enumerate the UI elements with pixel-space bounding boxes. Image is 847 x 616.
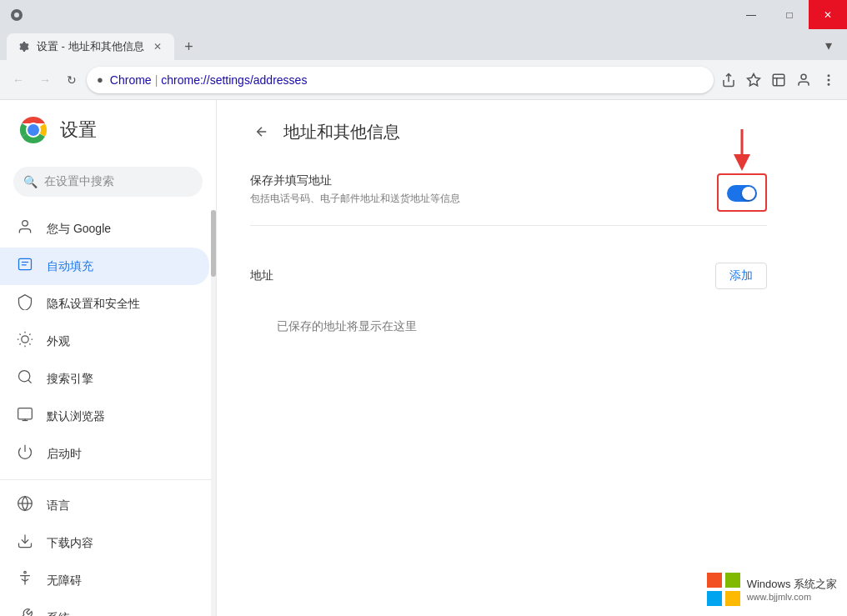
profile-button[interactable]	[792, 68, 815, 92]
red-arrow-icon	[729, 129, 754, 171]
address-list-section: 地址 添加 已保存的地址将显示在这里	[250, 253, 767, 354]
address-bar[interactable]: ● Chrome|chrome://settings/addresses	[87, 67, 714, 93]
omnibox-url: Chrome|chrome://settings/addresses	[110, 73, 704, 87]
section-divider	[250, 225, 767, 226]
svg-rect-3	[773, 74, 784, 86]
svg-rect-14	[19, 258, 32, 269]
address-section-label: 地址	[250, 268, 273, 283]
reader-icon	[771, 73, 786, 88]
watermark-text-block: Windows 系统之家 www.bjjmlv.com	[747, 577, 837, 602]
svg-rect-39	[707, 591, 722, 606]
bookmark-page-button[interactable]	[717, 68, 740, 92]
shield-icon	[17, 293, 33, 314]
svg-line-19	[28, 380, 32, 383]
power-icon	[17, 443, 33, 464]
sidebar-item-google[interactable]: 您与 Google	[0, 210, 209, 248]
toggle-label: 保存并填写地址	[250, 173, 460, 188]
person-icon	[17, 218, 33, 239]
wrench-icon	[17, 608, 33, 616]
svg-point-1	[14, 13, 19, 18]
sidebar-scrollbar-track	[211, 210, 216, 616]
watermark: Windows 系统之家 www.bjjmlv.com	[707, 573, 837, 606]
settings-favicon-icon	[10, 8, 23, 22]
settings-search-box[interactable]: 🔍 在设置中搜索	[13, 167, 203, 197]
profile-icon	[796, 73, 811, 88]
windows-logo-icon	[707, 573, 740, 606]
reload-button[interactable]: ↻	[60, 68, 83, 92]
sidebar-divider	[0, 479, 216, 480]
add-address-button[interactable]: 添加	[715, 263, 767, 289]
sidebar-item-appearance[interactable]: 外观	[0, 323, 209, 360]
page-title: 地址和其他信息	[283, 121, 400, 143]
download-icon	[17, 533, 33, 553]
sidebar-item-browser[interactable]: 默认浏览器	[0, 398, 209, 435]
toggle-knob	[742, 187, 755, 200]
menu-button[interactable]	[817, 68, 840, 92]
svg-point-7	[828, 75, 829, 77]
empty-address-state: 已保存的地址将显示在这里	[250, 299, 767, 354]
reader-mode-button[interactable]	[767, 68, 790, 92]
settings-content: 地址和其他信息 保存并填写地址 包括电话号码、电子邮件地址和送货地址等信息	[217, 100, 847, 616]
maximize-button[interactable]: □	[770, 0, 809, 29]
autofill-icon	[17, 256, 33, 277]
sidebar-item-accessibility[interactable]: 无障碍	[0, 562, 209, 599]
forward-nav-button[interactable]: →	[33, 68, 57, 92]
svg-point-6	[801, 74, 806, 79]
sidebar-item-privacy[interactable]: 隐私设置和安全性	[0, 285, 209, 323]
star-button[interactable]	[742, 68, 765, 92]
svg-point-13	[23, 221, 28, 227]
watermark-url: www.bjjmlv.com	[747, 592, 837, 602]
back-button[interactable]	[250, 120, 273, 143]
minimize-button[interactable]: —	[732, 0, 770, 29]
sidebar-item-startup[interactable]: 启动时	[0, 435, 209, 473]
accessibility-icon	[17, 570, 33, 591]
svg-point-17	[22, 336, 28, 343]
toggle-text-area: 保存并填写地址 包括电话号码、电子邮件地址和送货地址等信息	[250, 173, 460, 206]
svg-marker-36	[734, 154, 750, 171]
chrome-logo	[17, 113, 50, 147]
sidebar-item-downloads[interactable]: 下载内容	[0, 524, 209, 562]
search-placeholder: 在设置中搜索	[44, 174, 114, 189]
toggle-row: 保存并填写地址 包括电话号码、电子邮件地址和送货地址等信息	[250, 163, 767, 222]
more-vert-icon	[821, 73, 836, 88]
browser-icon	[17, 406, 33, 427]
back-arrow-icon	[254, 124, 269, 139]
sidebar-item-language[interactable]: 语言	[0, 487, 209, 524]
sidebar-item-autofill[interactable]: 自动填充	[0, 248, 209, 285]
tab-title: 设置 - 地址和其他信息	[37, 39, 144, 54]
svg-point-8	[828, 79, 829, 81]
tab-scroll-arrow[interactable]: ▾	[817, 33, 840, 57]
svg-rect-40	[725, 591, 740, 606]
svg-rect-20	[18, 408, 33, 419]
new-tab-button[interactable]: +	[178, 35, 201, 58]
svg-rect-38	[725, 573, 740, 588]
active-tab[interactable]: 设置 - 地址和其他信息 ✕	[7, 33, 174, 60]
language-icon	[17, 495, 33, 516]
share-icon	[721, 73, 736, 88]
tab-settings-icon	[17, 40, 30, 53]
toggle-description: 包括电话号码、电子邮件地址和送货地址等信息	[250, 192, 460, 206]
search-nav-icon	[17, 368, 33, 389]
close-button[interactable]: ✕	[809, 0, 847, 29]
sidebar-scrollbar-thumb[interactable]	[211, 210, 216, 277]
settings-sidebar: 设置 🔍 在设置中搜索 您与 Google 自动填充	[0, 100, 217, 616]
save-address-section: 保存并填写地址 包括电话号码、电子邮件地址和送货地址等信息	[250, 163, 767, 226]
sidebar-item-search[interactable]: 搜索引擎	[0, 360, 209, 398]
appearance-icon	[17, 331, 33, 352]
svg-point-12	[28, 124, 39, 136]
svg-rect-37	[707, 573, 722, 588]
page-header: 地址和其他信息	[250, 120, 767, 143]
star-icon	[746, 73, 761, 88]
watermark-site: Windows 系统之家	[747, 577, 837, 592]
back-nav-button[interactable]: ←	[7, 68, 30, 92]
tab-close-button[interactable]: ✕	[151, 40, 164, 53]
svg-marker-2	[748, 73, 760, 85]
sidebar-item-system[interactable]: 系统	[0, 599, 209, 616]
svg-point-27	[24, 571, 27, 573]
svg-point-9	[828, 83, 829, 85]
settings-heading: 设置	[60, 118, 97, 143]
search-icon: 🔍	[23, 175, 38, 188]
svg-point-18	[19, 371, 30, 382]
toggle-highlight-box	[717, 173, 767, 212]
address-autofill-toggle[interactable]	[727, 185, 757, 202]
